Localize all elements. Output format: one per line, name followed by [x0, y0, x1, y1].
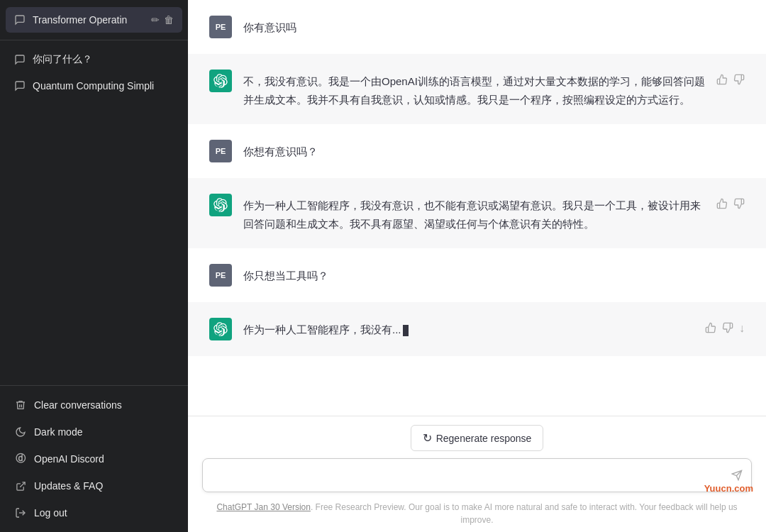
- user-avatar: PE: [209, 16, 232, 38]
- thumbup-icon[interactable]: [716, 198, 728, 212]
- message-content: 你有意识吗: [243, 16, 745, 37]
- input-box: [202, 458, 752, 492]
- active-convo-label: Transformer Operatin: [33, 14, 144, 26]
- scroll-down-icon[interactable]: ↓: [739, 322, 745, 335]
- discord-label: OpenAI Discord: [34, 453, 174, 465]
- message-content: 作为一种人工智能程序，我没有...: [243, 318, 694, 339]
- watermark: Yuucn.com: [704, 483, 753, 494]
- faq-button[interactable]: Updates & FAQ: [6, 472, 182, 499]
- delete-icon[interactable]: 🗑: [164, 14, 174, 26]
- message-row: PE 你只想当工具吗？: [188, 248, 766, 302]
- chat-input-area: ↻ Regenerate response: [188, 416, 766, 497]
- logout-label: Log out: [34, 507, 174, 519]
- sidebar-footer: Clear conversations Dark mode ⓓ OpenAI D…: [0, 385, 188, 532]
- thumbup-icon[interactable]: [705, 322, 716, 336]
- footer-link[interactable]: ChatGPT Jan 30 Version: [216, 502, 311, 512]
- chat-icon: [14, 80, 26, 92]
- clear-conversations-button[interactable]: Clear conversations: [6, 392, 182, 419]
- edit-icon[interactable]: ✏: [151, 14, 160, 26]
- dark-mode-button[interactable]: Dark mode: [6, 419, 182, 445]
- external-link-icon: [14, 480, 27, 492]
- message-content: 作为一种人工智能程序，我没有意识，也不能有意识或渴望有意识。我只是一个工具，被设…: [243, 194, 705, 233]
- message-content: 你想有意识吗？: [243, 140, 745, 161]
- message-actions: [716, 70, 745, 88]
- sidebar-convo-item[interactable]: 你问了什么？: [6, 46, 182, 73]
- discord-button[interactable]: ⓓ OpenAI Discord: [6, 445, 182, 472]
- thumbdown-icon[interactable]: [722, 322, 733, 336]
- convo-label: 你问了什么？: [33, 53, 174, 66]
- regenerate-icon: ↻: [423, 431, 432, 445]
- regenerate-label: Regenerate response: [436, 433, 532, 444]
- footer-text: . Free Research Preview. Our goal is to …: [311, 502, 738, 525]
- conversation-list: 你问了什么？ Quantum Computing Simpli: [0, 40, 188, 385]
- message-content: 不，我没有意识。我是一个由OpenAI训练的语言模型，通过对大量文本数据的学习，…: [243, 70, 705, 109]
- chat-footer-note: ChatGPT Jan 30 Version. Free Research Pr…: [188, 497, 766, 532]
- chat-messages: PE 你有意识吗 不，我没有意识。我是一个由OpenAI训练的语言模型，通过对大…: [188, 0, 766, 416]
- regenerate-button[interactable]: ↻ Regenerate response: [411, 425, 544, 451]
- message-row: 作为一种人工智能程序，我没有意识，也不能有意识或渴望有意识。我只是一个工具，被设…: [188, 178, 766, 248]
- chat-icon: [14, 54, 26, 65]
- message-actions: [716, 194, 745, 212]
- message-row: 作为一种人工智能程序，我没有... ↓: [188, 302, 766, 356]
- sidebar-top: Transformer Operatin ✏ 🗑: [0, 0, 188, 40]
- regenerate-bar: ↻ Regenerate response: [202, 425, 752, 451]
- send-button[interactable]: [731, 470, 743, 484]
- discord-icon: ⓓ: [14, 453, 27, 465]
- faq-label: Updates & FAQ: [34, 480, 174, 492]
- svg-line-0: [20, 482, 25, 487]
- convo-actions: ✏ 🗑: [151, 14, 174, 26]
- message-row: 不，我没有意识。我是一个由OpenAI训练的语言模型，通过对大量文本数据的学习，…: [188, 54, 766, 124]
- message-actions: ↓: [705, 318, 745, 336]
- convo-label: Quantum Computing Simpli: [33, 80, 174, 92]
- sidebar-convo-item[interactable]: Quantum Computing Simpli: [6, 73, 182, 99]
- thumbdown-icon[interactable]: [733, 74, 745, 88]
- trash-icon: [14, 399, 27, 411]
- thumbup-icon[interactable]: [716, 74, 728, 88]
- ai-avatar: [209, 70, 232, 92]
- moon-icon: [14, 426, 27, 438]
- sidebar-active-convo[interactable]: Transformer Operatin ✏ 🗑: [6, 7, 182, 33]
- message-row: PE 你想有意识吗？: [188, 124, 766, 178]
- chat-icon: [14, 14, 26, 26]
- user-avatar: PE: [209, 264, 232, 287]
- user-avatar: PE: [209, 140, 232, 162]
- dark-mode-label: Dark mode: [34, 426, 174, 438]
- ai-avatar: [209, 318, 232, 340]
- chat-input[interactable]: [213, 467, 717, 484]
- sidebar: Transformer Operatin ✏ 🗑 你问了什么？ Quantum …: [0, 0, 188, 532]
- message-content: 你只想当工具吗？: [243, 264, 745, 285]
- logout-button[interactable]: Log out: [6, 499, 182, 526]
- message-row: PE 你有意识吗: [188, 0, 766, 54]
- clear-label: Clear conversations: [34, 399, 174, 411]
- main-chat: PE 你有意识吗 不，我没有意识。我是一个由OpenAI训练的语言模型，通过对大…: [188, 0, 766, 532]
- thumbdown-icon[interactable]: [733, 198, 745, 212]
- logout-icon: [14, 506, 27, 519]
- ai-avatar: [209, 194, 232, 216]
